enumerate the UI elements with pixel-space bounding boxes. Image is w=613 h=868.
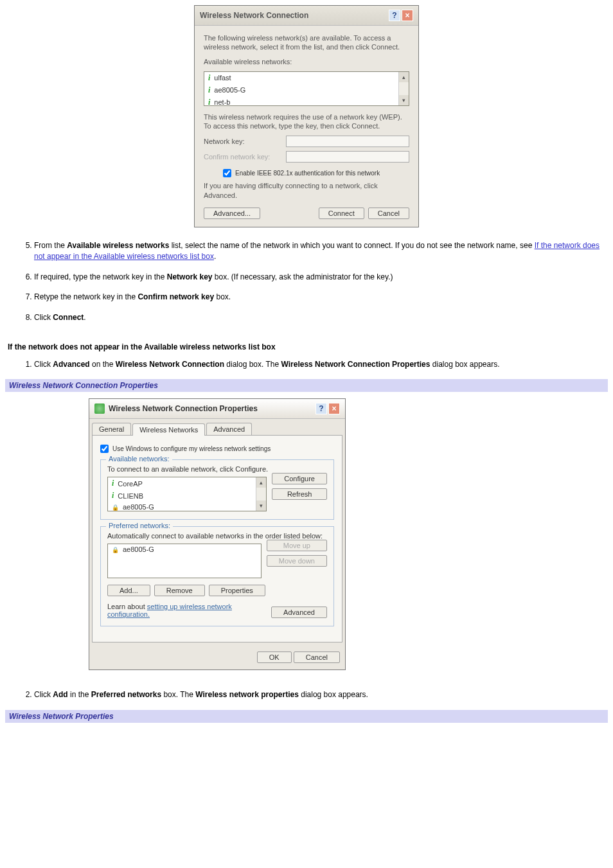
sub-heading: If the network does not appear in the Av… <box>8 342 608 351</box>
ieee-checkbox[interactable] <box>223 169 231 177</box>
available-networks-fieldset: Available networks: To connect to an ava… <box>100 459 334 520</box>
spacer <box>5 729 608 868</box>
network-key-label: Network key: <box>204 137 281 145</box>
close-icon[interactable]: × <box>402 10 413 21</box>
dialog-titlebar: Wireless Network Connection ? × <box>195 6 418 26</box>
step-6: If required, type the network key in the… <box>34 272 608 283</box>
confirm-key-label: Confirm network key: <box>204 153 281 161</box>
list-item[interactable]: CLIENB <box>108 490 266 502</box>
network-icon <box>94 403 105 414</box>
list-item[interactable]: ae8005-G <box>204 84 409 96</box>
scrollbar[interactable]: ▴ ▾ <box>398 72 409 105</box>
scroll-up-icon[interactable]: ▴ <box>399 72 409 82</box>
available-networks-list[interactable]: ulfast ae8005-G net-b ▴ ▾ <box>204 71 409 106</box>
cancel-button[interactable]: Cancel <box>294 651 340 663</box>
antenna-icon <box>112 491 114 500</box>
scroll-up-icon[interactable]: ▴ <box>256 477 266 488</box>
list-item[interactable]: net-b <box>204 96 409 109</box>
advanced-button[interactable]: Advanced... <box>204 208 260 219</box>
advanced-text: If you are having difficulty connecting … <box>204 181 409 200</box>
preferred-networks-list[interactable]: ae8005-G <box>107 544 262 578</box>
network-key-input[interactable] <box>286 136 409 147</box>
scrollbar[interactable]: ▴ ▾ <box>256 477 266 511</box>
antenna-icon <box>208 98 210 107</box>
dialog-titlebar: Wireless Network Connection Properties ?… <box>89 399 345 419</box>
move-down-button[interactable]: Move down <box>267 555 327 567</box>
cancel-button[interactable]: Cancel <box>368 208 409 219</box>
available-label: Available wireless networks: <box>204 57 409 66</box>
antenna-icon <box>208 85 210 95</box>
lock-icon <box>112 545 119 553</box>
connect-button[interactable]: Connect <box>319 208 364 219</box>
antenna-icon <box>208 73 210 83</box>
dialog-title: Wireless Network Connection <box>200 11 308 20</box>
wep-text: This wireless network requires the use o… <box>204 112 409 131</box>
preferred-legend: Preferred networks: <box>106 522 173 529</box>
properties-button[interactable]: Properties <box>209 585 265 596</box>
instruction-list-b: Click Advanced on the Wireless Network C… <box>5 359 608 370</box>
move-up-button[interactable]: Move up <box>267 540 327 551</box>
available-legend: Available networks: <box>106 455 172 463</box>
list-item[interactable]: ae8005-G <box>108 502 266 512</box>
scroll-down-icon[interactable]: ▾ <box>399 95 409 105</box>
help-icon[interactable]: ? <box>315 403 327 414</box>
add-button[interactable]: Add... <box>107 585 150 596</box>
available-text: To connect to an available network, clic… <box>107 465 327 473</box>
step-1: Click Advanced on the Wireless Network C… <box>34 359 608 370</box>
scroll-down-icon[interactable]: ▾ <box>256 500 266 511</box>
dialog-intro: The following wireless network(s) are av… <box>204 33 409 52</box>
instruction-list-c: Click Add in the Preferred networks box.… <box>5 689 608 700</box>
configure-button[interactable]: Configure <box>272 473 327 484</box>
caption-network-props: Wireless Network Properties <box>5 710 608 723</box>
close-icon[interactable]: × <box>328 403 340 414</box>
confirm-key-input[interactable] <box>286 151 409 163</box>
list-item[interactable]: ulfast <box>204 72 409 84</box>
use-windows-label: Use Windows to configure my wireless net… <box>112 445 271 452</box>
use-windows-checkbox[interactable] <box>100 445 109 453</box>
tab-general[interactable]: General <box>92 423 131 435</box>
list-item[interactable]: ae8005-G <box>108 544 261 554</box>
tab-advanced[interactable]: Advanced <box>206 423 252 435</box>
tab-wireless-networks[interactable]: Wireless Networks <box>132 423 205 436</box>
lock-icon <box>112 503 119 511</box>
ok-button[interactable]: OK <box>257 651 292 663</box>
list-item[interactable]: CoreAP <box>108 477 266 490</box>
caption-properties: Wireless Network Connection Properties <box>5 379 608 392</box>
advanced-button[interactable]: Advanced <box>271 607 327 618</box>
wireless-connection-dialog: Wireless Network Connection ? × The foll… <box>194 5 419 227</box>
remove-button[interactable]: Remove <box>154 585 205 596</box>
wireless-properties-dialog: Wireless Network Connection Properties ?… <box>89 398 346 670</box>
step-7: Retype the network key in the Confirm ne… <box>34 292 608 303</box>
available-networks-list[interactable]: CoreAP CLIENB ae8005-G ▴ ▾ <box>107 477 267 511</box>
preferred-networks-fieldset: Preferred networks: Automatically connec… <box>100 526 334 626</box>
antenna-icon <box>112 479 114 488</box>
dialog-title: Wireless Network Connection Properties <box>109 404 258 413</box>
help-icon[interactable]: ? <box>389 10 400 21</box>
instruction-list-a: From the Available wireless networks lis… <box>5 240 608 323</box>
step-5: From the Available wireless networks lis… <box>34 240 608 263</box>
ieee-label: Enable IEEE 802.1x authentication for th… <box>235 170 380 177</box>
step-8: Click Connect. <box>34 312 608 323</box>
preferred-text: Automatically connect to available netwo… <box>107 532 327 540</box>
step-2: Click Add in the Preferred networks box.… <box>34 689 608 700</box>
refresh-button[interactable]: Refresh <box>272 488 327 500</box>
